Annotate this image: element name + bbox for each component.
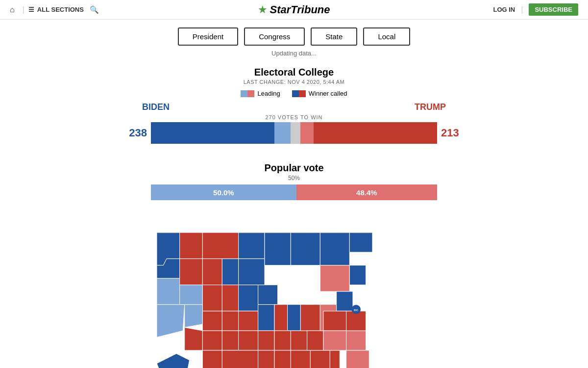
trump-winner-bar xyxy=(314,122,437,144)
state-ne[interactable] xyxy=(222,311,238,331)
state-oh[interactable] xyxy=(300,305,320,331)
electoral-subtitle: LAST CHANGE: NOV 4 2020, 5:44 AM xyxy=(0,79,588,85)
state-il[interactable] xyxy=(258,305,274,331)
login-button[interactable]: LOG IN xyxy=(493,6,515,13)
site-logo[interactable]: ★ StarTribune xyxy=(258,3,330,16)
trump-count: 213 xyxy=(441,127,466,139)
logo-text: StarTribune xyxy=(270,3,330,16)
state-ms[interactable] xyxy=(274,350,291,368)
all-sections-label[interactable]: ALL SECTIONS xyxy=(37,6,84,13)
state-tx-w[interactable] xyxy=(202,350,222,368)
state-tx-nm[interactable] xyxy=(202,331,222,350)
home-icon[interactable]: ⌂ xyxy=(10,5,15,14)
state-nd[interactable] xyxy=(222,259,238,285)
trump-label: TRUMP xyxy=(415,102,446,112)
state-ct-ri-ma[interactable] xyxy=(349,265,366,285)
legend-leading: Leading xyxy=(241,90,280,97)
biden-count: 238 xyxy=(122,127,147,139)
state-ky[interactable] xyxy=(307,331,323,350)
state-ky-e[interactable] xyxy=(291,331,307,350)
popular-title: Popular vote xyxy=(0,162,588,174)
biden-leading-bar xyxy=(274,122,291,144)
candidate-labels: BIDEN TRUMP xyxy=(122,102,466,112)
state-tn[interactable] xyxy=(274,331,291,350)
nav-tabs: President Congress State Local xyxy=(0,20,588,50)
bar-center xyxy=(291,122,300,144)
state-az[interactable] xyxy=(185,327,203,350)
trump-leading-bar xyxy=(300,122,314,144)
state-mt[interactable] xyxy=(202,233,238,259)
state-wy[interactable] xyxy=(202,259,222,285)
popular-biden-label: 50.0% xyxy=(213,188,234,197)
state-ak[interactable] xyxy=(157,354,190,368)
state-nc[interactable] xyxy=(323,331,346,350)
state-sc[interactable] xyxy=(346,331,366,350)
state-mn[interactable] xyxy=(239,259,265,285)
state-ar[interactable] xyxy=(258,331,274,350)
search-icon[interactable]: 🔍 xyxy=(90,5,99,14)
popular-trump-bar: 48.4% xyxy=(296,184,437,200)
electoral-bar-container: BIDEN TRUMP 270 VOTES TO WIN 238 213 xyxy=(122,102,466,144)
state-sd[interactable] xyxy=(222,285,238,311)
popular-50-label: 50% xyxy=(0,175,588,182)
us-map: DC xyxy=(132,213,456,368)
hamburger-icon: ☰ xyxy=(28,6,34,13)
leading-label: Leading xyxy=(257,90,280,97)
tab-local[interactable]: Local xyxy=(363,27,410,46)
electoral-college-section: Electoral College LAST CHANGE: NOV 4 202… xyxy=(0,62,588,149)
state-mi[interactable] xyxy=(288,305,301,331)
electoral-title: Electoral College xyxy=(0,67,588,78)
legend: Leading Winner called xyxy=(0,90,588,97)
state-pa[interactable] xyxy=(320,265,349,291)
popular-biden-bar: 50.0% xyxy=(151,184,296,200)
header-divider: | xyxy=(23,5,24,14)
popular-bar-container: 50.0% 48.4% xyxy=(122,184,466,200)
state-co[interactable] xyxy=(202,285,222,311)
state-id[interactable] xyxy=(180,259,203,285)
header-divider-2: | xyxy=(521,5,523,14)
header: ⌂ | ☰ ALL SECTIONS 🔍 ★ StarTribune LOG I… xyxy=(0,0,588,20)
tab-president[interactable]: President xyxy=(178,27,238,46)
map-container: DC xyxy=(0,213,588,368)
state-fl-n[interactable] xyxy=(310,350,330,368)
biden-label: BIDEN xyxy=(142,102,170,112)
leading-swatch xyxy=(241,90,254,97)
legend-winner: Winner called xyxy=(292,90,347,97)
status-text: Updating data... xyxy=(0,50,588,62)
state-ia[interactable] xyxy=(239,311,258,331)
tab-congress[interactable]: Congress xyxy=(244,27,305,46)
state-ne-upper[interactable] xyxy=(291,233,320,265)
popular-vote-section: Popular vote 50% 50.0% 48.4% xyxy=(0,149,588,205)
state-mo[interactable] xyxy=(239,331,258,350)
state-ny[interactable] xyxy=(320,233,349,265)
state-nj-md[interactable] xyxy=(337,291,353,311)
biden-winner-bar xyxy=(151,122,274,144)
state-nd-mn-upper[interactable] xyxy=(239,233,265,259)
state-al[interactable] xyxy=(291,350,310,368)
state-ca-lower[interactable] xyxy=(157,305,185,338)
state-id-mt[interactable] xyxy=(180,233,203,259)
state-ks[interactable] xyxy=(222,331,238,350)
state-ga[interactable] xyxy=(346,350,369,368)
star-icon: ★ xyxy=(258,3,268,16)
winner-swatch xyxy=(292,90,306,97)
all-sections[interactable]: ☰ ALL SECTIONS xyxy=(28,6,84,13)
state-nm[interactable] xyxy=(202,311,222,331)
state-mi-up[interactable] xyxy=(258,285,278,305)
state-nv-lower[interactable] xyxy=(185,305,203,328)
state-in[interactable] xyxy=(274,305,288,331)
subscribe-button[interactable]: SUBSCRIBE xyxy=(529,3,578,16)
electoral-bar-wrapper: 238 213 xyxy=(122,122,466,144)
votes-to-win-label: 270 VOTES TO WIN xyxy=(122,114,466,120)
state-mn-wi-upper[interactable] xyxy=(265,233,291,265)
dc-label: DC xyxy=(354,309,358,312)
state-la[interactable] xyxy=(258,350,274,368)
state-me-nh-vt[interactable] xyxy=(349,233,372,252)
winner-label: Winner called xyxy=(309,90,347,97)
popular-trump-label: 48.4% xyxy=(356,188,377,197)
popular-bar: 50.0% 48.4% xyxy=(151,184,437,200)
state-va[interactable] xyxy=(323,311,346,331)
state-nv[interactable] xyxy=(180,285,203,305)
tab-state[interactable]: State xyxy=(311,27,357,46)
electoral-bar-track xyxy=(151,122,437,144)
